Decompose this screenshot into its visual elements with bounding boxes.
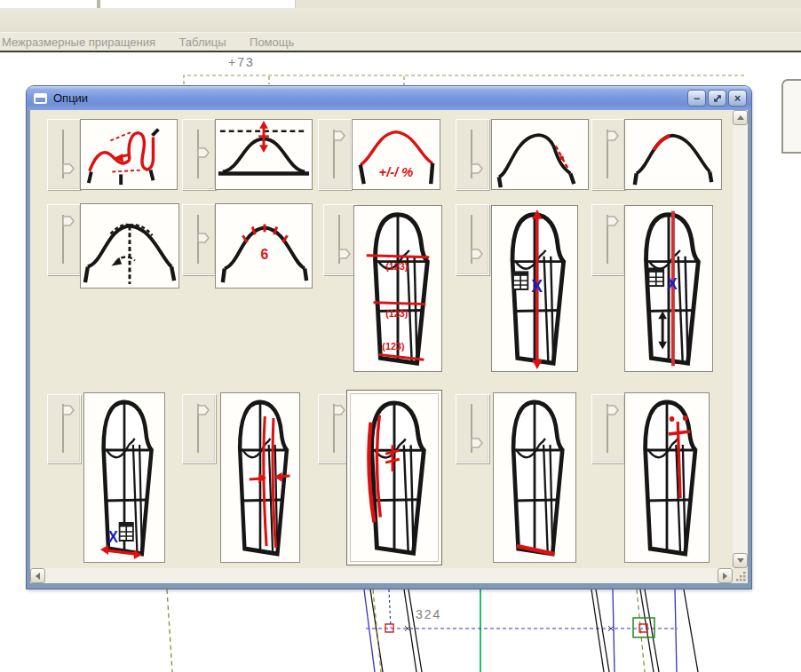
svg-text:X: X bbox=[667, 275, 678, 293]
menu-item-tables[interactable]: Таблицы bbox=[169, 34, 235, 51]
scroll-left-button[interactable] bbox=[30, 568, 45, 583]
pin-button-r1c4[interactable] bbox=[456, 119, 489, 190]
scroll-right-button[interactable] bbox=[718, 568, 733, 583]
minimize-button[interactable]: − bbox=[687, 90, 706, 107]
menu-item-intersize-increments[interactable]: Межразмерные приращения bbox=[0, 34, 164, 51]
restore-diagonal-arrow-icon bbox=[712, 93, 723, 104]
background-window-fragment bbox=[781, 79, 801, 154]
menu-bar: Межразмерные приращения Таблицы Помощь bbox=[0, 33, 801, 51]
horizontal-scrollbar[interactable] bbox=[30, 568, 733, 583]
left-arrow-icon bbox=[36, 573, 40, 580]
pin-button-r1c1[interactable] bbox=[47, 119, 81, 190]
notch-count-label: 6 bbox=[261, 247, 269, 262]
thumb-sleeve-cap-height[interactable] bbox=[215, 119, 313, 190]
thumb-sleeve-cap-back-section[interactable] bbox=[491, 119, 589, 190]
width-level-label-3: (123) bbox=[382, 342, 405, 352]
resize-grip-icon bbox=[733, 568, 748, 583]
restore-button[interactable] bbox=[708, 90, 726, 107]
thumb-sleeve-length-by-table[interactable]: X bbox=[491, 205, 578, 372]
thumb-sleeve-hem-line[interactable] bbox=[493, 392, 576, 563]
pin-button-r1c5[interactable] bbox=[591, 119, 625, 190]
scroll-up-button[interactable] bbox=[733, 110, 748, 125]
dialog-client-area: +/-/ % bbox=[30, 110, 748, 583]
measure-label-bottom: 324 bbox=[416, 607, 441, 621]
pin-button-r3c2[interactable] bbox=[182, 394, 216, 463]
resize-grip[interactable] bbox=[733, 568, 748, 583]
pin-button-r3c5[interactable] bbox=[591, 394, 625, 463]
pin-button-r1c2[interactable] bbox=[182, 119, 216, 190]
thumb-sleeve-width-levels[interactable]: (123) (123) (123) bbox=[353, 205, 442, 372]
pin-button-r3c1[interactable] bbox=[47, 394, 81, 463]
thumb-sleeve-cap-ease-percent[interactable]: +/-/ % bbox=[352, 119, 440, 190]
width-level-label-2: (123) bbox=[385, 308, 408, 319]
thumb-redraw-sleeve-cap[interactable] bbox=[80, 119, 178, 190]
pin-button-r1c3[interactable] bbox=[318, 119, 352, 190]
thumb-sleeve-front-seam-shape-selected[interactable] bbox=[346, 390, 442, 565]
toolbar-band bbox=[0, 8, 801, 33]
width-level-label-1: (123) bbox=[385, 261, 408, 272]
up-arrow-icon bbox=[737, 115, 744, 120]
dialog-titlebar[interactable]: Опции − × bbox=[27, 86, 751, 110]
thumb-sleeve-cap-rotation[interactable] bbox=[80, 203, 179, 289]
down-arrow-icon bbox=[737, 558, 744, 563]
thumb-sleeve-hem-width-by-table[interactable]: X bbox=[83, 392, 165, 563]
pin-button-r2c1[interactable] bbox=[47, 204, 81, 275]
svg-text:X: X bbox=[531, 276, 543, 296]
ease-percent-label: +/-/ % bbox=[379, 165, 414, 179]
options-dialog: Опции − × bbox=[27, 86, 751, 589]
thumb-sleeve-cap-front-section[interactable] bbox=[624, 119, 722, 190]
pin-button-r2c3[interactable] bbox=[323, 204, 357, 275]
measure-label-top: +73 bbox=[228, 55, 255, 69]
menu-item-help[interactable]: Помощь bbox=[239, 34, 303, 51]
thumb-sleeve-seam-shift[interactable] bbox=[220, 392, 300, 563]
pin-button-r3c4[interactable] bbox=[456, 394, 489, 463]
thumb-sleeve-upper-seam-mark[interactable] bbox=[624, 392, 710, 563]
canvas-separator bbox=[0, 51, 801, 52]
toolbar-fragment bbox=[295, 0, 801, 8]
pin-button-r2c4[interactable] bbox=[456, 204, 489, 275]
vertical-scrollbar[interactable] bbox=[733, 110, 748, 568]
top-strip bbox=[0, 0, 801, 8]
window-icon bbox=[34, 93, 47, 104]
thumb-sleeve-cap-notches[interactable]: 6 bbox=[215, 203, 313, 289]
scroll-down-button[interactable] bbox=[733, 553, 748, 568]
svg-text:X: X bbox=[108, 528, 118, 546]
toolbar-divider bbox=[97, 0, 100, 8]
thumb-sleeve-axis-by-table[interactable]: X bbox=[624, 205, 713, 372]
pin-button-r2c2[interactable] bbox=[182, 204, 216, 275]
pin-button-r2c5[interactable] bbox=[591, 204, 625, 275]
options-grid: +/-/ % bbox=[30, 110, 733, 568]
right-arrow-icon bbox=[723, 573, 727, 580]
close-button[interactable]: × bbox=[728, 90, 747, 107]
dialog-title: Опции bbox=[53, 91, 88, 105]
